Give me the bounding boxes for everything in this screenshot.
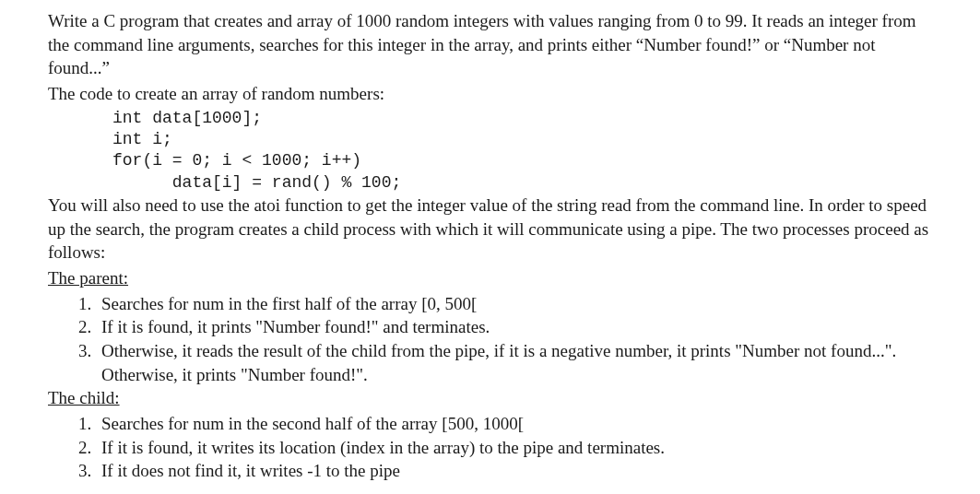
code-snippet: int data[1000]; int i; for(i = 0; i < 10… (112, 108, 941, 194)
child-heading-text: The child: (48, 388, 120, 407)
intro-paragraph-2: The code to create an array of random nu… (48, 82, 941, 106)
parent-heading: The parent: (48, 266, 941, 290)
list-item: If it does not find it, it writes -1 to … (96, 459, 941, 483)
child-steps-list: Searches for num in the second half of t… (48, 412, 941, 483)
parent-heading-text: The parent: (48, 268, 128, 288)
intro-paragraph-1: Write a C program that creates and array… (48, 9, 941, 80)
code-line-4: data[i] = rand() % 100; (112, 173, 401, 192)
list-item: Searches for num in the second half of t… (96, 412, 941, 436)
code-line-2: int i; (112, 130, 172, 148)
child-heading: The child: (48, 386, 941, 410)
parent-steps-list: Searches for num in the first half of th… (48, 292, 941, 387)
code-line-1: int data[1000]; (112, 109, 262, 127)
list-item: Otherwise, it reads the result of the ch… (96, 339, 941, 386)
assignment-document: Write a C program that creates and array… (0, 0, 980, 494)
list-item: Searches for num in the first half of th… (96, 292, 941, 316)
list-item: If it is found, it writes its location (… (96, 436, 941, 460)
code-line-3: for(i = 0; i < 1000; i++) (112, 151, 361, 170)
list-item: If it is found, it prints "Number found!… (96, 315, 941, 339)
explanation-paragraph: You will also need to use the atoi funct… (48, 194, 941, 265)
